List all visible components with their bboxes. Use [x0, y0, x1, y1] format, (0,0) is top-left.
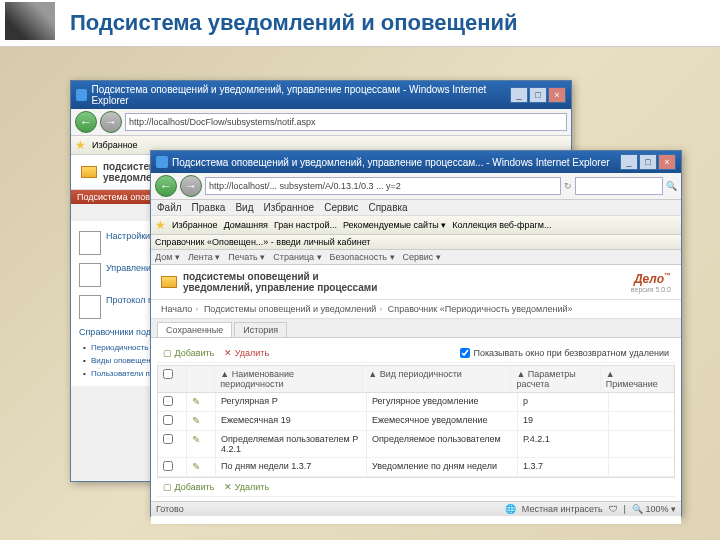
col-name[interactable]: ▲ Наименование периодичности	[215, 366, 363, 392]
version-label: версия 5.0.0	[631, 286, 671, 293]
edit-icon[interactable]: ✎	[192, 415, 200, 426]
delete-button-bottom[interactable]: ✕ Удалить	[224, 482, 269, 492]
select-all-checkbox[interactable]	[163, 369, 173, 379]
webslice-link[interactable]: Коллекция веб-фрагм...	[452, 220, 551, 230]
delo-logo: Дело	[631, 272, 671, 286]
mail-icon	[81, 166, 97, 178]
edit-icon[interactable]: ✎	[192, 461, 200, 472]
bc-home[interactable]: Начало	[161, 304, 192, 314]
edit-icon[interactable]: ✎	[192, 396, 200, 407]
page-tab[interactable]: Справочник «Оповещен...» - введи личный …	[155, 237, 370, 247]
status-bar: Готово 🌐 Местная интрасеть 🛡 | 🔍 100% ▾	[151, 501, 681, 516]
row-checkbox[interactable]	[163, 415, 173, 425]
close-button[interactable]: ×	[658, 154, 676, 170]
add-button[interactable]: ▢ Добавить	[163, 348, 214, 358]
forward-button[interactable]: →	[180, 175, 202, 197]
menu-file[interactable]: Файл	[157, 202, 182, 213]
address-input[interactable]: http://localhost/... subsystem/A/0.13.1/…	[205, 177, 561, 195]
document-icon	[79, 231, 101, 255]
favorites-icon[interactable]: ★	[75, 138, 86, 152]
col-note[interactable]: ▲ Примечание	[601, 366, 674, 392]
mail-icon	[161, 276, 177, 288]
home-button[interactable]: Дом ▾	[155, 252, 180, 262]
search-icon[interactable]: 🔍	[666, 181, 677, 191]
title-bar: Подсистема оповещений и уведомлений, упр…	[151, 151, 681, 173]
status-ready: Готово	[156, 504, 184, 514]
row-checkbox[interactable]	[163, 434, 173, 444]
add-button-bottom[interactable]: ▢ Добавить	[163, 482, 214, 492]
tools-button[interactable]: Сервис ▾	[403, 252, 441, 262]
maximize-button[interactable]: □	[529, 87, 547, 103]
window-title: Подсистема оповещений и уведомлений, упр…	[172, 157, 610, 168]
command-bar: Дом ▾ Лента ▾ Печать ▾ Страница ▾ Безопа…	[151, 250, 681, 265]
zone-label: Местная интрасеть	[522, 504, 603, 514]
document-icon	[79, 295, 101, 319]
col-type[interactable]: ▲ Вид периодичности	[363, 366, 511, 392]
edit-icon[interactable]: ✎	[192, 434, 200, 445]
ie-icon	[76, 89, 87, 101]
back-button[interactable]: ←	[75, 111, 97, 133]
settings-link[interactable]: Гран настрой...	[274, 220, 337, 230]
table-row[interactable]: ✎ Регулярная Р Регулярное уведомление р	[158, 393, 674, 412]
table-row[interactable]: ✎ Определяемая пользователем Р 4.2.1 Опр…	[158, 431, 674, 458]
slide-title: Подсистема уведомлений и оповещений	[0, 0, 720, 47]
globe-icon: 🌐	[505, 504, 516, 514]
menu-bar: Файл Правка Вид Избранное Сервис Справка	[151, 200, 681, 216]
minimize-button[interactable]: _	[620, 154, 638, 170]
tab-saved[interactable]: Сохраненные	[157, 322, 232, 337]
window-title: Подсистема оповещений и уведомлений, упр…	[91, 84, 506, 106]
maximize-button[interactable]: □	[639, 154, 657, 170]
search-input[interactable]	[575, 177, 663, 195]
confirm-delete-checkbox[interactable]: Показывать окно при безвозвратном удален…	[460, 348, 669, 358]
bc-current: Справочник «Периодичность уведомлений»	[388, 304, 573, 314]
menu-edit[interactable]: Правка	[192, 202, 226, 213]
table-row[interactable]: ✎ Ежемесячная 19 Ежемесячное уведомление…	[158, 412, 674, 431]
data-grid: ▲ Наименование периодичности ▲ Вид перио…	[157, 365, 675, 478]
row-checkbox[interactable]	[163, 461, 173, 471]
shield-icon: 🛡	[609, 504, 618, 514]
menu-help[interactable]: Справка	[368, 202, 407, 213]
document-icon	[79, 263, 101, 287]
back-button[interactable]: ←	[155, 175, 177, 197]
page-button[interactable]: Страница ▾	[273, 252, 321, 262]
ie-icon	[156, 156, 168, 168]
print-button[interactable]: Печать ▾	[228, 252, 265, 262]
bc-section[interactable]: Подсистемы оповещений и уведомлений	[204, 304, 376, 314]
menu-view[interactable]: Вид	[235, 202, 253, 213]
menu-tools[interactable]: Сервис	[324, 202, 358, 213]
rss-button[interactable]: Лента ▾	[188, 252, 220, 262]
delete-button[interactable]: ✕ Удалить	[224, 348, 269, 358]
table-row[interactable]: ✎ По дням недели 1.3.7 Уведомление по дн…	[158, 458, 674, 477]
breadcrumb: Начало› Подсистемы оповещений и уведомле…	[151, 300, 681, 319]
safety-button[interactable]: Безопасность ▾	[330, 252, 395, 262]
tab-history[interactable]: История	[234, 322, 287, 337]
title-bar: Подсистема оповещений и уведомлений, упр…	[71, 81, 571, 109]
close-button[interactable]: ×	[548, 87, 566, 103]
menu-favorites[interactable]: Избранное	[263, 202, 314, 213]
col-params[interactable]: ▲ Параметрырасчета	[511, 366, 600, 392]
minimize-button[interactable]: _	[510, 87, 528, 103]
home-link[interactable]: Домашняя	[224, 220, 268, 230]
recommended-link[interactable]: Рекомендуемые сайты ▾	[343, 220, 446, 230]
foreground-window: Подсистема оповещений и уведомлений, упр…	[150, 150, 682, 517]
zoom-label[interactable]: 🔍 100% ▾	[632, 504, 676, 514]
forward-button[interactable]: →	[100, 111, 122, 133]
favorites-icon[interactable]: ★	[155, 218, 166, 232]
favorites-label[interactable]: Избранное	[172, 220, 218, 230]
row-checkbox[interactable]	[163, 396, 173, 406]
address-input[interactable]: http://localhost/DocFlow/subsystems/noti…	[125, 113, 567, 131]
